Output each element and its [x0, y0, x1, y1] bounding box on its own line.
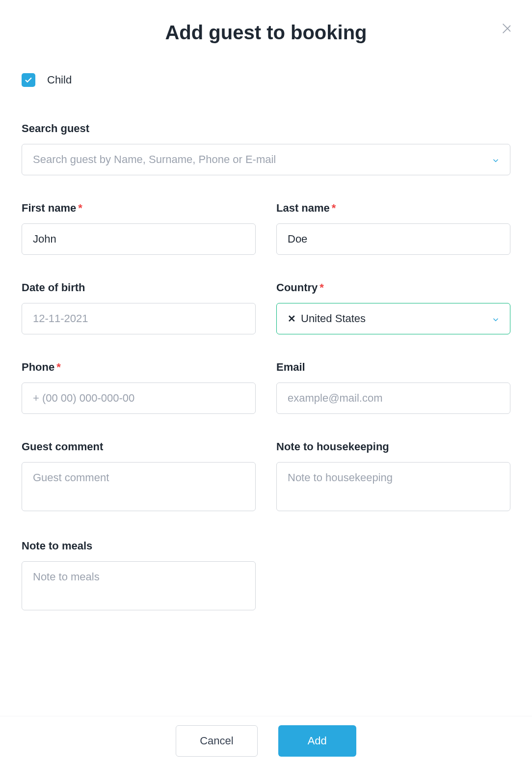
- last-name-input[interactable]: [276, 223, 510, 255]
- chevron-down-icon: [491, 314, 500, 323]
- first-name-label: First name*: [22, 202, 256, 215]
- search-guest-label: Search guest: [22, 122, 510, 135]
- close-button[interactable]: [501, 22, 510, 35]
- search-guest-select[interactable]: Search guest by Name, Surname, Phone or …: [22, 144, 510, 175]
- modal-content: Add guest to booking Child Search guest …: [22, 20, 510, 716]
- last-name-label: Last name*: [276, 202, 510, 215]
- check-icon: [24, 76, 33, 84]
- add-button[interactable]: Add: [278, 725, 356, 757]
- phone-label: Phone*: [22, 361, 256, 374]
- phone-label-text: Phone: [22, 361, 54, 373]
- name-row: First name* Last name*: [22, 202, 510, 281]
- search-guest-placeholder: Search guest by Name, Surname, Phone or …: [33, 153, 276, 166]
- child-checkbox-row: Child: [22, 73, 510, 87]
- empty-spacer: [276, 540, 510, 612]
- guest-comment-group: Guest comment: [22, 440, 256, 513]
- comment-housekeeping-row: Guest comment Note to housekeeping: [22, 440, 510, 540]
- required-asterisk: *: [78, 202, 82, 214]
- required-asterisk: *: [332, 202, 336, 214]
- required-asterisk: *: [56, 361, 61, 373]
- note-meals-input[interactable]: [22, 561, 256, 610]
- cancel-button[interactable]: Cancel: [176, 725, 257, 757]
- dob-input[interactable]: [22, 303, 256, 334]
- country-label: Country*: [276, 281, 510, 294]
- dob-label: Date of birth: [22, 281, 256, 294]
- note-housekeeping-group: Note to housekeeping: [276, 440, 510, 513]
- required-asterisk: *: [319, 281, 324, 294]
- email-label: Email: [276, 361, 510, 374]
- country-value: United States: [301, 312, 366, 325]
- clear-country-icon[interactable]: ✕: [288, 313, 296, 325]
- add-guest-modal: Add guest to booking Child Search guest …: [0, 0, 532, 765]
- guest-comment-input[interactable]: [22, 462, 256, 511]
- last-name-label-text: Last name: [276, 202, 330, 214]
- dob-group: Date of birth: [22, 281, 256, 334]
- note-meals-label: Note to meals: [22, 540, 256, 552]
- note-housekeeping-label: Note to housekeeping: [276, 440, 510, 453]
- country-group: Country* ✕ United States: [276, 281, 510, 334]
- phone-email-row: Phone* Email: [22, 361, 510, 440]
- modal-title: Add guest to booking: [22, 22, 510, 44]
- email-group: Email: [276, 361, 510, 414]
- first-name-group: First name*: [22, 202, 256, 255]
- modal-header: Add guest to booking: [22, 22, 510, 44]
- email-input[interactable]: [276, 382, 510, 414]
- child-checkbox-label: Child: [47, 74, 72, 86]
- search-guest-group: Search guest Search guest by Name, Surna…: [22, 122, 510, 175]
- close-icon: [501, 22, 510, 35]
- dob-country-row: Date of birth Country* ✕ United States: [22, 281, 510, 361]
- guest-comment-label: Guest comment: [22, 440, 256, 453]
- modal-footer: Cancel Add: [0, 716, 532, 765]
- chevron-down-icon: [491, 155, 500, 164]
- country-value-wrapper: ✕ United States: [288, 312, 366, 325]
- first-name-input[interactable]: [22, 223, 256, 255]
- meals-row: Note to meals: [22, 540, 510, 639]
- phone-input[interactable]: [22, 382, 256, 414]
- country-label-text: Country: [276, 281, 318, 294]
- note-meals-group: Note to meals: [22, 540, 256, 612]
- last-name-group: Last name*: [276, 202, 510, 255]
- phone-group: Phone*: [22, 361, 256, 414]
- note-housekeeping-input[interactable]: [276, 462, 510, 511]
- first-name-label-text: First name: [22, 202, 76, 214]
- country-select[interactable]: ✕ United States: [276, 303, 510, 334]
- child-checkbox[interactable]: [22, 73, 35, 87]
